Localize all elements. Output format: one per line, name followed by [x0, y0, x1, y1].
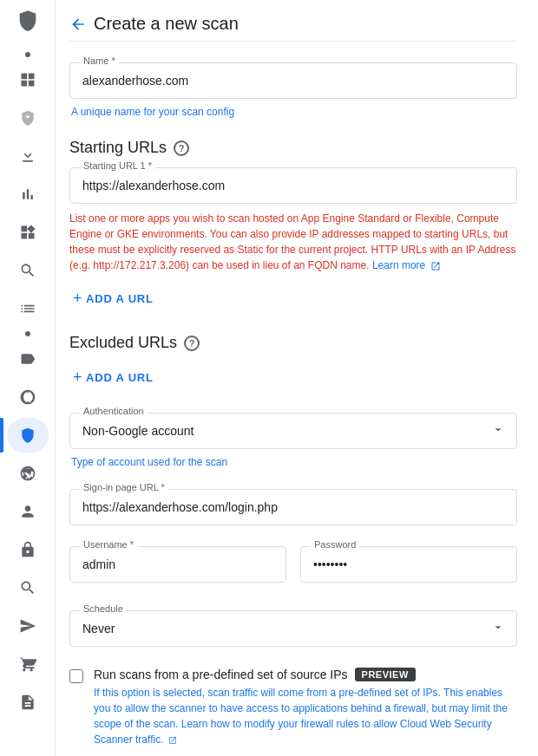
- schedule-select-wrapper: Never Daily Weekly: [69, 610, 517, 647]
- sidebar-item-person[interactable]: [7, 494, 49, 529]
- source-ips-checkbox[interactable]: [69, 669, 83, 683]
- name-label: Name *: [80, 55, 119, 66]
- signin-url-input[interactable]: [69, 489, 517, 525]
- sidebar-item-docs[interactable]: [7, 685, 49, 720]
- source-ips-section: Run scans from a pre-defined set of sour…: [69, 668, 517, 747]
- sidebar: [0, 0, 56, 756]
- add-url-button-2[interactable]: + ADD A URL: [69, 362, 157, 392]
- sidebar-item-security-active[interactable]: [7, 418, 49, 453]
- excluded-urls-help-icon[interactable]: ?: [184, 336, 200, 351]
- authentication-select[interactable]: Non-Google account Google account None: [69, 413, 517, 449]
- excluded-urls-title: Excluded URLs ?: [69, 334, 517, 352]
- schedule-select[interactable]: Never Daily Weekly: [69, 610, 517, 647]
- sidebar-item-shield[interactable]: [7, 101, 49, 135]
- signin-url-section: Sign-in page URL *: [69, 489, 517, 525]
- sidebar-item-cart[interactable]: [7, 647, 49, 681]
- sidebar-logo: [14, 7, 42, 35]
- starting-url-1-field-group: Starting URL 1 *: [69, 167, 517, 204]
- main-content: Create a new scan Name * A unique name f…: [56, 0, 538, 756]
- authentication-hint: Type of account used for the scan: [69, 456, 517, 468]
- authentication-field-group: Authentication Non-Google account Google…: [69, 413, 517, 449]
- starting-urls-learn-more-link[interactable]: Learn more: [372, 259, 425, 271]
- add-url-label-2: ADD A URL: [86, 371, 154, 384]
- credentials-section: Username * Password: [69, 546, 517, 590]
- sidebar-item-globe[interactable]: [7, 456, 49, 491]
- source-ips-label-group: Run scans from a pre-defined set of sour…: [94, 668, 517, 747]
- sidebar-item-list[interactable]: [7, 291, 49, 326]
- starting-urls-info: List one or more apps you wish to scan h…: [69, 211, 517, 273]
- sidebar-item-search[interactable]: [7, 253, 49, 288]
- page-header: Create a new scan: [69, 14, 517, 42]
- schedule-field-group: Schedule Never Daily Weekly: [69, 610, 517, 647]
- starting-url-1-label: Starting URL 1 *: [80, 160, 155, 171]
- back-button[interactable]: [69, 16, 87, 33]
- source-ips-label: Run scans from a pre-defined set of sour…: [94, 668, 517, 681]
- sidebar-item-target[interactable]: [7, 380, 49, 414]
- sidebar-item-label[interactable]: [7, 342, 49, 376]
- add-url-button-1[interactable]: + ADD A URL: [69, 284, 157, 313]
- schedule-label: Schedule: [80, 603, 127, 614]
- sidebar-item-chart[interactable]: [7, 177, 49, 212]
- password-field-group: Password: [300, 546, 517, 583]
- username-field-group: Username *: [69, 546, 286, 583]
- starting-urls-title: Starting URLs ?: [69, 139, 517, 157]
- authentication-select-wrapper: Non-Google account Google account None: [69, 413, 517, 449]
- sidebar-item-download[interactable]: [7, 139, 49, 173]
- sidebar-item-dashboard[interactable]: [7, 62, 49, 97]
- excluded-urls-section: Excluded URLs ? + ADD A URL: [69, 334, 517, 392]
- authentication-label: Authentication: [80, 406, 148, 416]
- password-input[interactable]: [300, 546, 517, 583]
- preview-badge: PREVIEW: [355, 668, 416, 681]
- name-hint: A unique name for your scan config: [69, 106, 517, 118]
- username-label: Username *: [80, 539, 137, 550]
- schedule-section: Schedule Never Daily Weekly: [69, 610, 517, 647]
- authentication-section: Authentication Non-Google account Google…: [69, 413, 517, 468]
- page-title: Create a new scan: [94, 14, 239, 34]
- sidebar-dot-1: [25, 52, 30, 57]
- name-field-group: Name *: [69, 62, 517, 99]
- starting-urls-help-icon[interactable]: ?: [174, 140, 189, 156]
- plus-icon-2: +: [73, 369, 82, 385]
- sidebar-item-widgets[interactable]: [7, 215, 49, 250]
- add-url-label-1: ADD A URL: [86, 292, 154, 305]
- signin-url-label: Sign-in page URL *: [80, 482, 168, 492]
- source-ips-row: Run scans from a pre-defined set of sour…: [69, 668, 517, 747]
- starting-urls-section: Starting URLs ? Starting URL 1 * List on…: [69, 139, 517, 313]
- sidebar-item-lock[interactable]: [7, 532, 49, 567]
- sidebar-dot-2: [25, 331, 30, 336]
- name-section: Name * A unique name for your scan confi…: [69, 62, 517, 118]
- sidebar-item-search2[interactable]: [7, 570, 49, 605]
- username-input[interactable]: [69, 546, 286, 583]
- name-input[interactable]: [69, 62, 517, 99]
- source-ips-description: If this option is selected, scan traffic…: [94, 685, 517, 747]
- signin-url-field-group: Sign-in page URL *: [69, 489, 517, 525]
- password-label: Password: [311, 539, 359, 550]
- plus-icon-1: +: [73, 290, 82, 306]
- starting-url-1-input[interactable]: [69, 167, 517, 204]
- sidebar-item-send[interactable]: [7, 609, 49, 643]
